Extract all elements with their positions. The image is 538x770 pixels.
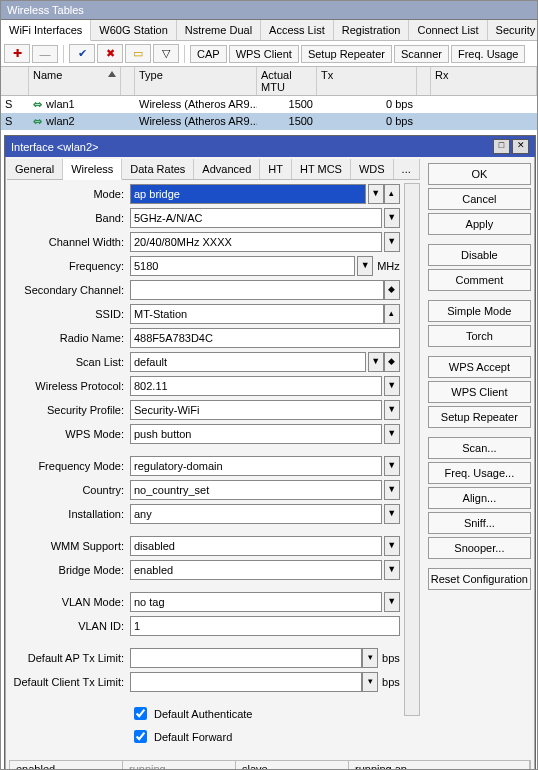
mode-field[interactable] [130,184,366,204]
comment-button[interactable]: ▭ [125,44,151,63]
dropdown-icon[interactable]: ▼ [384,504,400,524]
secondary-channel-label: Secondary Channel: [9,284,130,296]
col-actual-mtu[interactable]: Actual MTU [257,67,317,95]
grid-header: Name Type Actual MTU Tx Rx [1,67,537,96]
setup-repeater-button[interactable]: Setup Repeater [301,45,392,63]
wps-client-button[interactable]: WPS Client [428,381,531,403]
wps-accept-button[interactable]: WPS Accept [428,356,531,378]
channel-width-field[interactable] [130,232,382,252]
dropdown-icon[interactable]: ▼ [357,256,373,276]
cap-button[interactable]: CAP [190,45,227,63]
tab-access-list[interactable]: Access List [261,20,334,40]
col-flags[interactable] [1,67,29,95]
reset-configuration-button[interactable]: Reset Configuration [428,568,531,590]
tab-data-rates[interactable]: Data Rates [122,159,194,179]
filter-button[interactable]: ▽ [153,44,179,63]
dropdown-icon[interactable]: ▼ [384,560,400,580]
default-forward-checkbox[interactable]: Default Forward [130,727,232,746]
bridge-mode-field[interactable] [130,560,382,580]
frequency-field[interactable] [130,256,355,276]
tab-registration[interactable]: Registration [334,20,410,40]
col-spacer2[interactable] [417,67,431,95]
comment-button[interactable]: Comment [428,269,531,291]
table-row[interactable]: S ⇔wlan1 Wireless (Atheros AR9... 1500 0… [1,96,537,113]
collapse-icon[interactable]: ▾ [362,648,378,668]
wmm-support-field[interactable] [130,536,382,556]
ok-button[interactable]: OK [428,163,531,185]
tab-more[interactable]: ... [394,159,420,179]
tab-w60g-station[interactable]: W60G Station [91,20,176,40]
dropdown-icon[interactable]: ▼ [384,456,400,476]
tab-general[interactable]: General [7,159,63,179]
tab-nstreme-dual[interactable]: Nstreme Dual [177,20,261,40]
collapse-icon[interactable]: ◆ [384,352,400,372]
vlan-mode-field[interactable] [130,592,382,612]
collapse-icon[interactable]: ▾ [362,672,378,692]
apply-button[interactable]: Apply [428,213,531,235]
freq-usage-button[interactable]: Freq. Usage... [428,462,531,484]
tab-connect-list[interactable]: Connect List [409,20,487,40]
secondary-channel-field[interactable] [130,280,384,300]
ssid-field[interactable] [130,304,384,324]
disable-button[interactable]: ✖ [97,44,123,63]
dropdown-icon[interactable]: ▼ [384,208,400,228]
tab-advanced[interactable]: Advanced [194,159,260,179]
dropdown-icon[interactable]: ▼ [368,352,384,372]
table-row[interactable]: S ⇔wlan2 Wireless (Atheros AR9... 1500 0… [1,113,537,130]
snooper-button[interactable]: Snooper... [428,537,531,559]
simple-mode-button[interactable]: Simple Mode [428,300,531,322]
wireless-protocol-field[interactable] [130,376,382,396]
dropdown-icon[interactable]: ▼ [384,400,400,420]
cancel-button[interactable]: Cancel [428,188,531,210]
tab-wifi-interfaces[interactable]: WiFi Interfaces [1,20,91,41]
tab-wds[interactable]: WDS [351,159,394,179]
tab-ht[interactable]: HT [260,159,292,179]
tab-ht-mcs[interactable]: HT MCS [292,159,351,179]
collapse-icon[interactable]: ◆ [384,280,400,300]
dropdown-icon[interactable]: ▼ [384,536,400,556]
dialog-titlebar[interactable]: Interface <wlan2> □ ✕ [5,136,535,157]
dropdown-icon[interactable]: ▼ [384,480,400,500]
freq-usage-button[interactable]: Freq. Usage [451,45,526,63]
col-tx[interactable]: Tx [317,67,417,95]
remove-button[interactable]: — [32,45,58,63]
disable-button[interactable]: Disable [428,244,531,266]
col-spacer[interactable] [121,67,135,95]
align-button[interactable]: Align... [428,487,531,509]
add-button[interactable]: ✚ [4,44,30,63]
default-ap-tx-limit-field[interactable] [130,648,362,668]
scanner-button[interactable]: Scanner [394,45,449,63]
dropdown-icon[interactable]: ▼ [384,232,400,252]
scan-list-field[interactable] [130,352,366,372]
expand-icon[interactable]: ▴ [384,304,400,324]
expand-icon[interactable]: ▴ [384,184,400,204]
torch-button[interactable]: Torch [428,325,531,347]
scrollbar[interactable] [404,183,420,716]
dropdown-icon[interactable]: ▼ [368,184,384,204]
wps-mode-field[interactable] [130,424,382,444]
radio-name-field[interactable] [130,328,400,348]
security-profile-field[interactable] [130,400,382,420]
enable-button[interactable]: ✔ [69,44,95,63]
dropdown-icon[interactable]: ▼ [384,424,400,444]
band-field[interactable] [130,208,382,228]
col-name[interactable]: Name [29,67,121,95]
wps-client-button[interactable]: WPS Client [229,45,299,63]
frequency-mode-field[interactable] [130,456,382,476]
restore-icon[interactable]: □ [493,139,510,154]
tab-security-profile[interactable]: Security Profile [488,20,538,40]
close-icon[interactable]: ✕ [512,139,529,154]
col-rx[interactable]: Rx [431,67,537,95]
installation-field[interactable] [130,504,382,524]
dropdown-icon[interactable]: ▼ [384,376,400,396]
tab-wireless[interactable]: Wireless [63,159,122,180]
sniff-button[interactable]: Sniff... [428,512,531,534]
scan-button[interactable]: Scan... [428,437,531,459]
vlan-id-field[interactable] [130,616,400,636]
col-type[interactable]: Type [135,67,257,95]
setup-repeater-button[interactable]: Setup Repeater [428,406,531,428]
default-authenticate-checkbox[interactable]: Default Authenticate [130,704,252,723]
country-field[interactable] [130,480,382,500]
dropdown-icon[interactable]: ▼ [384,592,400,612]
default-client-tx-limit-field[interactable] [130,672,362,692]
